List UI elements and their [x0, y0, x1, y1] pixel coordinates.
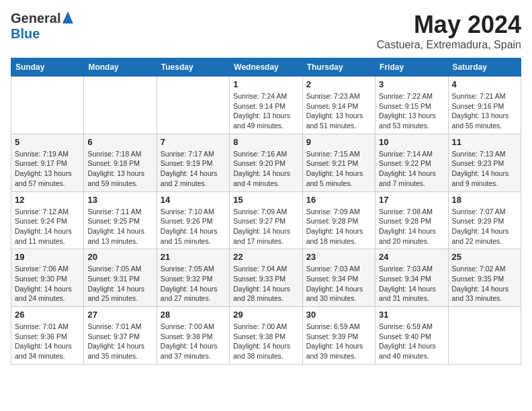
logo-general-text: General — [11, 11, 60, 26]
day-number: 4 — [452, 79, 517, 89]
calendar-cell: 17Sunrise: 7:08 AM Sunset: 9:28 PM Dayli… — [375, 191, 448, 249]
calendar-cell: 4Sunrise: 7:21 AM Sunset: 9:16 PM Daylig… — [448, 77, 521, 134]
day-of-week-header: Tuesday — [157, 58, 229, 77]
day-number: 13 — [87, 195, 152, 205]
day-number: 26 — [15, 310, 80, 320]
day-info: Sunrise: 6:59 AM Sunset: 9:40 PM Dayligh… — [379, 322, 444, 361]
calendar-cell — [84, 77, 157, 134]
day-info: Sunrise: 7:10 AM Sunset: 9:26 PM Dayligh… — [161, 207, 226, 246]
day-info: Sunrise: 7:03 AM Sunset: 9:34 PM Dayligh… — [306, 264, 371, 304]
calendar-cell: 23Sunrise: 7:03 AM Sunset: 9:34 PM Dayli… — [302, 249, 375, 307]
page-header: General Blue May 2024 Castuera, Extremad… — [11, 11, 521, 51]
day-info: Sunrise: 7:05 AM Sunset: 9:31 PM Dayligh… — [87, 264, 152, 304]
calendar-title: May 2024 — [377, 11, 521, 39]
day-number: 2 — [306, 79, 371, 89]
day-number: 17 — [379, 195, 444, 205]
calendar-table: SundayMondayTuesdayWednesdayThursdayFrid… — [11, 58, 521, 365]
calendar-cell: 24Sunrise: 7:03 AM Sunset: 9:34 PM Dayli… — [375, 249, 448, 307]
calendar-cell — [448, 307, 521, 365]
calendar-cell: 13Sunrise: 7:11 AM Sunset: 9:25 PM Dayli… — [84, 191, 157, 249]
logo: General Blue — [11, 11, 73, 42]
calendar-cell: 14Sunrise: 7:10 AM Sunset: 9:26 PM Dayli… — [157, 191, 229, 249]
calendar-cell: 6Sunrise: 7:18 AM Sunset: 9:18 PM Daylig… — [84, 134, 157, 191]
calendar-cell: 9Sunrise: 7:15 AM Sunset: 9:21 PM Daylig… — [302, 134, 375, 191]
day-of-week-header: Sunday — [11, 58, 84, 77]
day-number: 8 — [233, 137, 298, 147]
day-number: 25 — [452, 252, 517, 262]
logo-triangle-icon — [62, 11, 73, 26]
day-info: Sunrise: 7:13 AM Sunset: 9:23 PM Dayligh… — [452, 149, 517, 189]
day-number: 19 — [15, 252, 80, 262]
day-number: 23 — [306, 252, 371, 262]
day-info: Sunrise: 7:12 AM Sunset: 9:24 PM Dayligh… — [15, 207, 80, 246]
calendar-cell: 26Sunrise: 7:01 AM Sunset: 9:36 PM Dayli… — [11, 307, 84, 365]
calendar-cell: 27Sunrise: 7:01 AM Sunset: 9:37 PM Dayli… — [84, 307, 157, 365]
calendar-cell: 22Sunrise: 7:04 AM Sunset: 9:33 PM Dayli… — [230, 249, 302, 307]
day-number: 15 — [233, 195, 298, 205]
day-info: Sunrise: 7:23 AM Sunset: 9:14 PM Dayligh… — [306, 91, 371, 131]
day-info: Sunrise: 7:01 AM Sunset: 9:37 PM Dayligh… — [87, 322, 152, 361]
calendar-cell: 12Sunrise: 7:12 AM Sunset: 9:24 PM Dayli… — [11, 191, 84, 249]
day-info: Sunrise: 7:03 AM Sunset: 9:34 PM Dayligh… — [379, 264, 444, 304]
title-block: May 2024 Castuera, Extremadura, Spain — [377, 11, 521, 51]
day-number: 18 — [452, 195, 517, 205]
day-info: Sunrise: 7:09 AM Sunset: 9:28 PM Dayligh… — [306, 207, 371, 246]
calendar-cell — [157, 77, 229, 134]
calendar-cell: 31Sunrise: 6:59 AM Sunset: 9:40 PM Dayli… — [375, 307, 448, 365]
day-info: Sunrise: 7:21 AM Sunset: 9:16 PM Dayligh… — [452, 91, 517, 131]
calendar-cell: 5Sunrise: 7:19 AM Sunset: 9:17 PM Daylig… — [11, 134, 84, 191]
day-info: Sunrise: 7:08 AM Sunset: 9:28 PM Dayligh… — [379, 207, 444, 246]
day-number: 28 — [161, 310, 226, 320]
calendar-week-row: 12Sunrise: 7:12 AM Sunset: 9:24 PM Dayli… — [11, 191, 521, 249]
day-number: 20 — [87, 252, 152, 262]
day-of-week-header: Wednesday — [230, 58, 302, 77]
day-number: 31 — [379, 310, 444, 320]
day-number: 5 — [15, 137, 80, 147]
day-info: Sunrise: 7:01 AM Sunset: 9:36 PM Dayligh… — [15, 322, 80, 361]
calendar-cell: 7Sunrise: 7:17 AM Sunset: 9:19 PM Daylig… — [157, 134, 229, 191]
day-number: 16 — [306, 195, 371, 205]
day-info: Sunrise: 7:02 AM Sunset: 9:35 PM Dayligh… — [452, 264, 517, 304]
calendar-cell: 30Sunrise: 6:59 AM Sunset: 9:39 PM Dayli… — [302, 307, 375, 365]
calendar-cell: 1Sunrise: 7:24 AM Sunset: 9:14 PM Daylig… — [230, 77, 302, 134]
day-number: 1 — [233, 79, 298, 89]
day-number: 3 — [379, 79, 444, 89]
calendar-location: Castuera, Extremadura, Spain — [377, 39, 521, 51]
day-number: 10 — [379, 137, 444, 147]
day-number: 24 — [379, 252, 444, 262]
day-info: Sunrise: 7:11 AM Sunset: 9:25 PM Dayligh… — [87, 207, 152, 246]
calendar-cell: 29Sunrise: 7:00 AM Sunset: 9:38 PM Dayli… — [230, 307, 302, 365]
day-info: Sunrise: 7:24 AM Sunset: 9:14 PM Dayligh… — [233, 91, 298, 131]
day-info: Sunrise: 7:09 AM Sunset: 9:27 PM Dayligh… — [233, 207, 298, 246]
day-info: Sunrise: 7:00 AM Sunset: 9:38 PM Dayligh… — [161, 322, 226, 361]
day-number: 14 — [161, 195, 226, 205]
day-info: Sunrise: 7:00 AM Sunset: 9:38 PM Dayligh… — [233, 322, 298, 361]
calendar-cell: 28Sunrise: 7:00 AM Sunset: 9:38 PM Dayli… — [157, 307, 229, 365]
day-number: 7 — [161, 137, 226, 147]
calendar-cell: 3Sunrise: 7:22 AM Sunset: 9:15 PM Daylig… — [375, 77, 448, 134]
day-info: Sunrise: 7:14 AM Sunset: 9:22 PM Dayligh… — [379, 149, 444, 189]
svg-marker-0 — [62, 11, 73, 24]
day-info: Sunrise: 7:07 AM Sunset: 9:29 PM Dayligh… — [452, 207, 517, 246]
day-info: Sunrise: 7:04 AM Sunset: 9:33 PM Dayligh… — [233, 264, 298, 304]
day-of-week-header: Saturday — [448, 58, 521, 77]
day-number: 27 — [87, 310, 152, 320]
day-info: Sunrise: 7:22 AM Sunset: 9:15 PM Dayligh… — [379, 91, 444, 131]
day-number: 29 — [233, 310, 298, 320]
calendar-week-row: 1Sunrise: 7:24 AM Sunset: 9:14 PM Daylig… — [11, 77, 521, 134]
calendar-week-row: 26Sunrise: 7:01 AM Sunset: 9:36 PM Dayli… — [11, 307, 521, 365]
calendar-cell: 18Sunrise: 7:07 AM Sunset: 9:29 PM Dayli… — [448, 191, 521, 249]
calendar-week-row: 19Sunrise: 7:06 AM Sunset: 9:30 PM Dayli… — [11, 249, 521, 307]
day-info: Sunrise: 7:05 AM Sunset: 9:32 PM Dayligh… — [161, 264, 226, 304]
calendar-header-row: SundayMondayTuesdayWednesdayThursdayFrid… — [11, 58, 521, 77]
calendar-cell: 20Sunrise: 7:05 AM Sunset: 9:31 PM Dayli… — [84, 249, 157, 307]
calendar-cell: 21Sunrise: 7:05 AM Sunset: 9:32 PM Dayli… — [157, 249, 229, 307]
logo-blue-text: Blue — [11, 26, 40, 41]
calendar-week-row: 5Sunrise: 7:19 AM Sunset: 9:17 PM Daylig… — [11, 134, 521, 191]
calendar-cell: 19Sunrise: 7:06 AM Sunset: 9:30 PM Dayli… — [11, 249, 84, 307]
day-info: Sunrise: 7:15 AM Sunset: 9:21 PM Dayligh… — [306, 149, 371, 189]
day-info: Sunrise: 7:18 AM Sunset: 9:18 PM Dayligh… — [87, 149, 152, 189]
calendar-cell: 11Sunrise: 7:13 AM Sunset: 9:23 PM Dayli… — [448, 134, 521, 191]
day-number: 11 — [452, 137, 517, 147]
day-info: Sunrise: 7:16 AM Sunset: 9:20 PM Dayligh… — [233, 149, 298, 189]
